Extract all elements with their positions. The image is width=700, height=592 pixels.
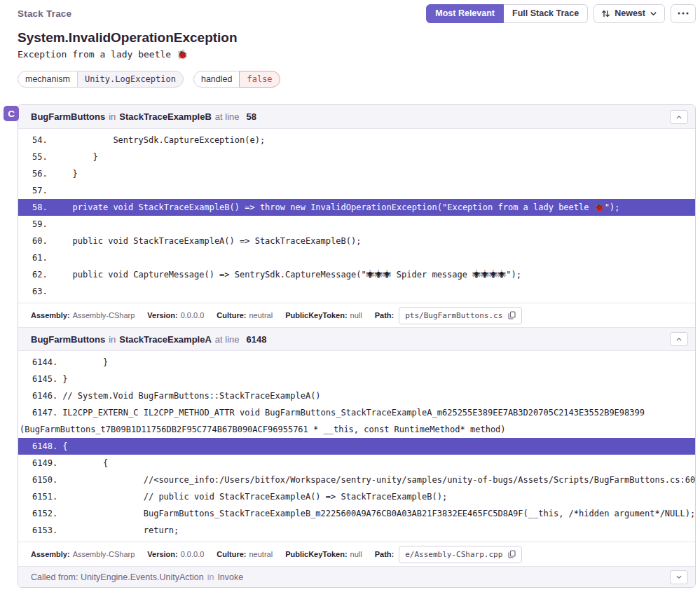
line-content: public void StackTraceExampleA() => Stac… (53, 236, 362, 246)
culture-label: Culture: (217, 311, 246, 319)
path-label: Path: (375, 311, 394, 319)
version-value: 0.0.0.0 (181, 550, 205, 558)
line-content: private void StackTraceExampleB() => thr… (53, 202, 620, 212)
assembly-item: Assembly:Assembly-CSharp (31, 550, 135, 558)
culture-label: Culture: (217, 550, 246, 558)
culture-item: Culture:neutral (217, 311, 273, 319)
line-content: } (53, 169, 78, 179)
ellipsis-icon (678, 12, 689, 15)
assembly-item: Assembly:Assembly-CSharp (31, 311, 135, 319)
frame-function: StackTraceExampleA (119, 334, 212, 345)
sort-label: Newest (615, 8, 645, 18)
frame-atline-word: at line (215, 111, 240, 122)
path-value: e/Assembly-CSharp.cpp (405, 550, 502, 559)
assembly-info-row: Assembly:Assembly-CSharp Version:0.0.0.0… (18, 303, 695, 327)
line-content: } (62, 357, 108, 367)
version-value: 0.0.0.0 (181, 311, 205, 319)
assembly-label: Assembly: (31, 311, 70, 319)
copy-icon[interactable] (508, 311, 516, 319)
frame-header[interactable]: BugFarmButtons in StackTraceExampleA at … (18, 327, 695, 351)
publickeytoken-item: PublicKeyToken:null (285, 550, 362, 558)
called-from-row[interactable]: Called from: UnityEngine.Events.UnityAct… (18, 566, 695, 587)
code-line: 62. public void CaptureMessage() => Sent… (18, 266, 695, 283)
frame-atline-word: at line (215, 334, 240, 345)
section-title: Stack Trace (18, 8, 71, 19)
code-line: 6152. BugFarmButtons_StackTraceExampleB_… (18, 505, 695, 522)
tag-key: mechanism (18, 71, 78, 88)
version-item: Version:0.0.0.0 (147, 550, 204, 558)
line-number: 6146. (32, 391, 62, 401)
code-line: 6151. // public void StackTraceExampleA(… (18, 488, 695, 505)
path-item: Path: e/Assembly-CSharp.cpp (375, 546, 523, 563)
line-number: 6149. (32, 458, 62, 468)
line-number: 54. (32, 135, 53, 145)
code-line: 6153. return; (18, 522, 695, 539)
line-number: 62. (32, 270, 53, 280)
exception-type-title: System.InvalidOperationException (18, 30, 696, 46)
line-number: 55. (32, 152, 53, 162)
code-line: 6150. //<source_info:/Users/bitfox/Works… (18, 471, 695, 488)
line-content: } (53, 152, 98, 162)
version-item: Version:0.0.0.0 (147, 311, 204, 319)
stack-trace-panel: Stack Trace Most Relevant Full Stack Tra… (0, 0, 700, 588)
culture-value: neutral (249, 550, 273, 558)
line-content: SentrySdk.CaptureException(e); (53, 135, 265, 145)
collapse-frame-button[interactable] (670, 110, 688, 124)
line-content: { (62, 458, 108, 468)
code-block: 54. SentrySdk.CaptureException(e); 55. }… (18, 129, 695, 303)
path-copy-box[interactable]: pts/BugFarmButtons.cs (399, 307, 522, 324)
code-line: 60. public void StackTraceExampleA() => … (18, 233, 695, 249)
line-content: { (62, 441, 67, 451)
line-number: 59. (32, 219, 53, 229)
collapse-frame-button[interactable] (670, 332, 688, 346)
tag-value: Unity.LogException (77, 71, 184, 88)
code-line: 54. SentrySdk.CaptureException(e); (18, 132, 695, 149)
tag-mechanism[interactable]: mechanismUnity.LogException (18, 71, 184, 88)
more-options-button[interactable] (671, 4, 696, 23)
line-number: 6144. (32, 357, 62, 367)
code-line: 56. } (18, 165, 695, 182)
full-stack-trace-button[interactable]: Full Stack Trace (504, 4, 588, 23)
code-line: 6144. } (18, 354, 695, 371)
tags-row: mechanismUnity.LogException handledfalse (18, 71, 696, 88)
chevron-up-icon (675, 336, 682, 342)
tag-key: handled (193, 71, 240, 88)
frame-line-number: 6148 (247, 334, 267, 345)
caller-module: UnityEngine.Events.UnityAction (81, 572, 204, 582)
path-copy-box[interactable]: e/Assembly-CSharp.cpp (399, 546, 522, 563)
line-content: // System.Void BugFarmButtons::StackTrac… (62, 391, 320, 401)
tag-value: false (239, 71, 280, 88)
frame-header[interactable]: BugFarmButtons in StackTraceExampleB at … (18, 105, 695, 129)
line-number: 6147. (32, 408, 62, 418)
line-number: 6145. (32, 374, 62, 384)
publickeytoken-label: PublicKeyToken: (285, 311, 347, 319)
publickeytoken-value: null (350, 550, 362, 558)
called-from-label: Called from: (31, 572, 78, 582)
code-line: 6146.// System.Void BugFarmButtons::Stac… (18, 387, 695, 404)
frame-module: BugFarmButtons (31, 334, 105, 345)
most-relevant-button[interactable]: Most Relevant (426, 4, 504, 23)
culture-item: Culture:neutral (217, 550, 273, 558)
version-label: Version: (147, 550, 177, 558)
frame-in-word: in (109, 111, 116, 122)
expand-caller-button[interactable] (670, 570, 688, 584)
path-value: pts/BugFarmButtons.cs (405, 311, 502, 320)
publickeytoken-label: PublicKeyToken: (285, 550, 347, 558)
copy-icon[interactable] (508, 550, 516, 558)
panel-header: Stack Trace Most Relevant Full Stack Tra… (18, 3, 696, 24)
display-toggle: Most Relevant Full Stack Trace (426, 4, 588, 23)
assembly-value: Assembly-CSharp (73, 311, 135, 319)
code-line: 6147.IL2CPP_EXTERN_C IL2CPP_METHOD_ATTR … (18, 404, 695, 438)
caller-function: Invoke (217, 572, 243, 582)
line-content: public void CaptureMessage() => SentrySd… (53, 270, 521, 280)
frame-line-number: 58 (247, 111, 256, 122)
sort-button[interactable]: Newest (593, 4, 665, 23)
caller-in-word: in (207, 572, 214, 582)
tag-handled[interactable]: handledfalse (193, 71, 280, 88)
line-content: //<source_info:/Users/bitfox/Workspace/s… (62, 475, 695, 485)
code-line: 63. (18, 283, 695, 300)
line-number: 6152. (32, 509, 62, 518)
header-controls: Most Relevant Full Stack Trace Newest (426, 4, 696, 23)
code-line: 55. } (18, 149, 695, 165)
sort-arrows-icon (601, 9, 610, 18)
